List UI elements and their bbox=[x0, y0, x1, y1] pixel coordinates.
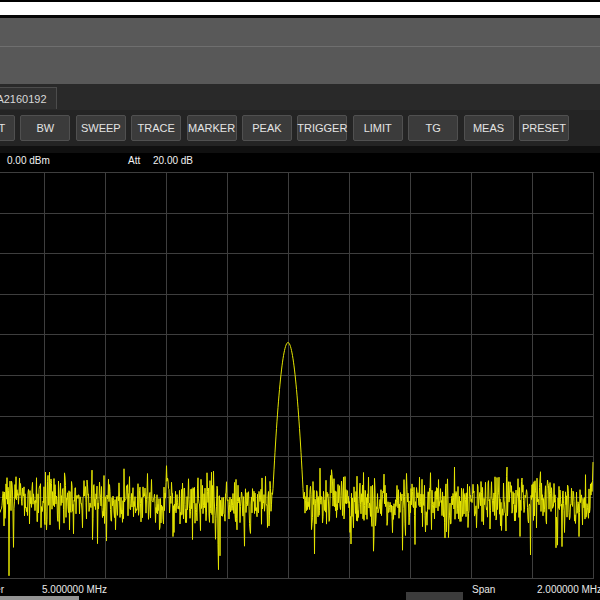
bottom-center-box bbox=[406, 592, 463, 600]
instrument-tab[interactable]: A2160192 bbox=[0, 87, 57, 109]
instrument-tab-label: A2160192 bbox=[0, 93, 47, 105]
frequency-readout-bar: Center 5.000000 MHz Span 2.000000 MHz bbox=[0, 580, 600, 600]
toolbar-button-ampt[interactable]: AMPT bbox=[0, 115, 15, 141]
toolbar-button-tg[interactable]: TG bbox=[408, 115, 458, 141]
window-titlebar bbox=[0, 2, 600, 15]
toolbar-button-meas[interactable]: MEAS bbox=[464, 115, 514, 141]
toolbar-button-peak[interactable]: PEAK bbox=[242, 115, 292, 141]
toolbar-button-trigger[interactable]: TRIGGER bbox=[297, 115, 347, 141]
ref-level-value: 0.00 dBm bbox=[7, 155, 50, 166]
attenuation-label: Att bbox=[128, 155, 140, 166]
span-value: 2.000000 MHz bbox=[537, 584, 600, 595]
toolbar-button-marker[interactable]: MARKER bbox=[187, 115, 237, 141]
toolbar-button-bw[interactable]: BW bbox=[20, 115, 70, 141]
span-label: Span bbox=[472, 584, 495, 595]
attenuation-value: 20.00 dB bbox=[153, 155, 193, 166]
bottom-left-bar bbox=[0, 596, 79, 600]
function-button-row: AMPTBWSWEEPTRACEMARKERPEAKTRIGGERLIMITTG… bbox=[0, 110, 600, 146]
toolbar-button-trace[interactable]: TRACE bbox=[131, 115, 181, 141]
menu-bar bbox=[0, 18, 600, 46]
instrument-tab-bar: A2160192 bbox=[0, 84, 600, 110]
center-freq-label: Center bbox=[0, 584, 4, 595]
ref-att-readout-row: 0.00 dBm Att 20.00 dB bbox=[0, 153, 600, 170]
spectrum-plot bbox=[0, 170, 600, 580]
center-freq-value: 5.000000 MHz bbox=[42, 584, 107, 595]
toolbar-button-limit[interactable]: LIMIT bbox=[353, 115, 403, 141]
upper-toolbar bbox=[0, 46, 600, 84]
toolbar-button-preset[interactable]: PRESET bbox=[519, 115, 569, 141]
toolbar-button-sweep[interactable]: SWEEP bbox=[76, 115, 126, 141]
app-window: A2160192 AMPTBWSWEEPTRACEMARKERPEAKTRIGG… bbox=[0, 0, 600, 600]
button-row-divider bbox=[0, 146, 600, 153]
